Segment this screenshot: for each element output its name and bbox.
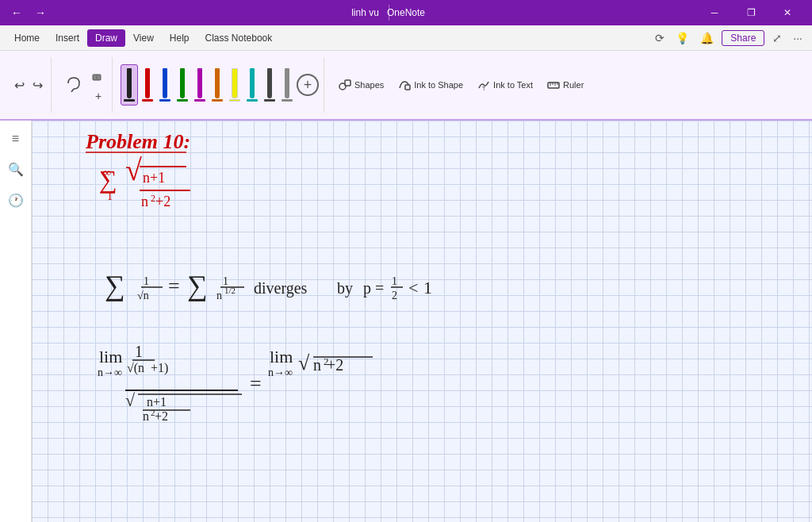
ink-to-shape-button[interactable]: Ink to Shape — [392, 75, 469, 94]
svg-text:1: 1 — [107, 190, 113, 202]
shapes-icon — [339, 79, 351, 91]
svg-text:=: = — [375, 279, 384, 297]
svg-text:∑: ∑ — [105, 270, 125, 301]
lasso-icon — [65, 75, 82, 94]
menu-home[interactable]: Home — [6, 29, 48, 47]
svg-text:∑: ∑ — [187, 270, 208, 301]
svg-text:=: = — [250, 372, 262, 395]
shapes-button[interactable]: Shapes — [332, 75, 390, 94]
svg-text:T: T — [482, 86, 486, 91]
svg-text:1: 1 — [144, 275, 149, 287]
svg-text:+1): +1) — [151, 361, 168, 375]
svg-text:√: √ — [125, 390, 136, 410]
pen-dark[interactable] — [262, 65, 278, 105]
pen-green[interactable] — [174, 65, 190, 105]
add-pen-button[interactable]: + — [297, 74, 319, 96]
sidebar-search-icon[interactable]: 🔍 — [3, 157, 29, 182]
forward-button[interactable]: → — [30, 3, 51, 22]
sum-formula: ∑ ∞ 1 √ n+1 n 2 +2 — [99, 153, 190, 209]
pen-teal[interactable] — [244, 65, 260, 105]
menu-right-actions: ⟳ 💡 🔔 Share ⤢ ··· — [652, 29, 806, 48]
bell-button[interactable]: 🔔 — [697, 29, 717, 48]
math-line-2: lim n→∞ 1 √(n +1) √ n+1 — [98, 343, 373, 423]
svg-text:√: √ — [125, 153, 142, 186]
svg-text:+2: +2 — [327, 356, 343, 374]
svg-text:<: < — [408, 278, 418, 297]
undo-redo-group: ↩ ↪ — [6, 57, 52, 113]
expand-button[interactable]: ⤢ — [769, 29, 785, 48]
pen-orange[interactable] — [209, 65, 225, 105]
eraser-add-button[interactable] — [90, 67, 107, 87]
svg-text:+2: +2 — [155, 194, 170, 209]
svg-text:n→∞: n→∞ — [268, 367, 293, 378]
svg-text:lim: lim — [270, 347, 293, 367]
svg-text:+2: +2 — [155, 409, 168, 423]
ink-to-shape-icon — [398, 79, 411, 91]
svg-text:n+1: n+1 — [143, 170, 165, 186]
svg-text:=: = — [168, 274, 180, 297]
title-bar: ← → OneNote linh vu ─ ❐ ✕ — [0, 0, 812, 25]
sync-button[interactable]: ⟳ — [652, 29, 668, 48]
svg-text:1: 1 — [392, 275, 397, 287]
svg-line-0 — [71, 89, 74, 92]
svg-text:p: p — [363, 279, 371, 297]
svg-text:1: 1 — [423, 278, 432, 297]
math-line-1: ∑ 1 √n = ∑ 1 n 1/2 diverges — [105, 270, 432, 301]
svg-text:lim: lim — [99, 347, 122, 367]
user-name: linh vu — [351, 7, 379, 18]
plus-button[interactable]: + — [90, 90, 107, 102]
notebook-canvas[interactable]: Problem 10: ∑ ∞ 1 √ n+1 — [32, 121, 812, 522]
undo-button[interactable]: ↩ — [11, 75, 28, 96]
svg-text:√(n: √(n — [127, 361, 144, 375]
close-button[interactable]: ✕ — [769, 0, 806, 25]
navigation-buttons: ← → — [6, 3, 51, 22]
svg-text:1: 1 — [135, 343, 143, 360]
svg-text:√: √ — [298, 351, 310, 374]
pen-purple[interactable] — [192, 65, 208, 105]
svg-text:2: 2 — [392, 290, 397, 301]
svg-text:n→∞: n→∞ — [98, 367, 122, 378]
pen-gray[interactable] — [279, 65, 295, 105]
menu-bar: Home Insert Draw View Help Class Noteboo… — [0, 25, 812, 51]
sidebar-menu-icon[interactable]: ≡ — [7, 127, 24, 151]
ink-tools-group: Shapes Ink to Shape T Ink to Text — [327, 57, 595, 113]
svg-text:n: n — [141, 194, 148, 209]
svg-text:n: n — [143, 409, 149, 423]
svg-text:√n: √n — [137, 290, 149, 301]
menu-help[interactable]: Help — [162, 29, 197, 47]
window-controls: ─ ❐ ✕ — [696, 0, 806, 25]
sidebar-history-icon[interactable]: 🕐 — [3, 188, 29, 213]
svg-text:n: n — [216, 290, 222, 301]
svg-text:n+1: n+1 — [147, 395, 167, 409]
svg-text:Problem 10:: Problem 10: — [85, 130, 190, 153]
lasso-select-button[interactable] — [59, 71, 88, 99]
menu-class-notebook[interactable]: Class Notebook — [197, 29, 281, 47]
svg-text:1/2: 1/2 — [224, 286, 236, 295]
sidebar: ≡ 🔍 🕐 — [0, 121, 32, 522]
ruler-icon — [547, 79, 560, 91]
menu-insert[interactable]: Insert — [48, 29, 87, 47]
ink-to-text-icon: T — [477, 79, 490, 91]
eraser-icon — [91, 69, 105, 83]
svg-text:diverges: diverges — [254, 279, 308, 297]
pen-yellow[interactable] — [227, 65, 243, 105]
lightbulb-button[interactable]: 💡 — [672, 29, 692, 48]
menu-view[interactable]: View — [125, 29, 162, 47]
maximize-button[interactable]: ❐ — [733, 0, 769, 25]
ink-to-text-button[interactable]: T Ink to Text — [471, 75, 539, 94]
pen-blue[interactable] — [157, 65, 173, 105]
draw-toolbar: ↩ ↪ + — [0, 51, 812, 121]
app-title: OneNote — [387, 7, 425, 18]
pen-tools-group: + — [116, 57, 324, 113]
redo-button[interactable]: ↪ — [29, 75, 46, 96]
minimize-button[interactable]: ─ — [696, 0, 733, 25]
svg-text:n: n — [313, 356, 321, 374]
menu-draw[interactable]: Draw — [87, 29, 125, 47]
back-button[interactable]: ← — [6, 3, 27, 22]
ruler-button[interactable]: Ruler — [541, 75, 590, 94]
more-button[interactable]: ··· — [790, 29, 806, 48]
problem-heading: Problem 10: — [85, 130, 190, 153]
share-button[interactable]: Share — [722, 30, 764, 46]
pen-red[interactable] — [140, 65, 155, 105]
pen-black[interactable] — [121, 64, 138, 106]
